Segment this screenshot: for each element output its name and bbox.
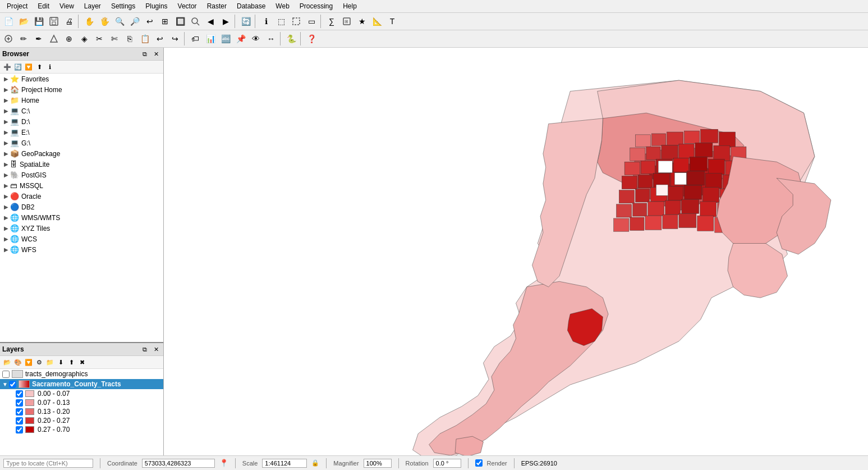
browser-tree-item[interactable]: ▶🔵DB2 bbox=[0, 202, 163, 212]
layers-expand-all-button[interactable]: ⬇ bbox=[56, 357, 66, 367]
browser-tree-item[interactable]: ▶💻E:\ bbox=[0, 127, 163, 138]
menu-view[interactable]: View bbox=[55, 1, 79, 11]
save-project-button[interactable]: 💾 bbox=[31, 14, 46, 29]
node-tool-button[interactable]: ◈ bbox=[77, 31, 91, 46]
layers-add-group-button[interactable]: 📁 bbox=[45, 357, 55, 367]
rotation-value[interactable] bbox=[433, 459, 461, 468]
help-button[interactable]: ❓ bbox=[304, 31, 319, 46]
browser-tree-item[interactable]: ▶🔴Oracle bbox=[0, 191, 163, 202]
menu-layer[interactable]: Layer bbox=[80, 1, 105, 11]
zoom-out-button[interactable]: 🔎 bbox=[127, 14, 142, 29]
calculator-button[interactable]: ⊞ bbox=[339, 14, 354, 29]
show-hide-label-button[interactable]: 👁 bbox=[249, 31, 263, 46]
browser-close-button[interactable]: ✕ bbox=[151, 49, 161, 59]
delete-selected-button[interactable]: ✂ bbox=[92, 31, 107, 46]
layers-float-button[interactable]: ⧉ bbox=[140, 344, 150, 354]
menu-web[interactable]: Web bbox=[271, 1, 293, 11]
undo-button[interactable]: ↩ bbox=[153, 31, 167, 46]
zoom-next-button[interactable]: ▶ bbox=[218, 14, 233, 29]
browser-float-button[interactable]: ⧉ bbox=[140, 49, 150, 59]
label-properties-button[interactable]: 🔤 bbox=[218, 31, 233, 46]
browser-info-button[interactable]: ℹ bbox=[45, 62, 55, 72]
menu-help[interactable]: Help bbox=[338, 1, 361, 11]
deselect-button[interactable] bbox=[289, 14, 304, 29]
layers-open-button[interactable]: 📂 bbox=[2, 357, 12, 367]
browser-tree-item[interactable]: ▶🌐WMS/WMTS bbox=[0, 212, 163, 223]
layer-visibility-checkbox[interactable] bbox=[9, 381, 16, 388]
select-features-button[interactable]: ⬚ bbox=[274, 14, 288, 29]
zoom-in-button[interactable]: 🔍 bbox=[112, 14, 127, 29]
browser-content[interactable]: ▶⭐Favorites▶🏠Project Home▶📁Home▶💻C:\▶💻D:… bbox=[0, 74, 163, 342]
menu-vector[interactable]: Vector bbox=[173, 1, 201, 11]
scale-value[interactable] bbox=[262, 459, 307, 468]
legend-visibility-checkbox[interactable] bbox=[16, 408, 23, 416]
browser-tree-item[interactable]: ▶🌐XYZ Tiles bbox=[0, 223, 163, 234]
refresh-button[interactable]: 🔄 bbox=[238, 14, 253, 29]
pin-label-button[interactable]: 📌 bbox=[233, 31, 248, 46]
browser-tree-item[interactable]: ▶💻C:\ bbox=[0, 106, 163, 116]
browser-collapse-button[interactable]: ⬆ bbox=[34, 62, 44, 72]
add-feature-button[interactable] bbox=[47, 31, 61, 46]
copy-features-button[interactable]: ⎘ bbox=[122, 31, 137, 46]
digitize-button[interactable]: ✏ bbox=[16, 31, 31, 46]
layers-collapse-all-button[interactable]: ⬆ bbox=[66, 357, 76, 367]
cut-features-button[interactable]: ✄ bbox=[107, 31, 122, 46]
text-annotation-button[interactable]: T bbox=[385, 14, 399, 29]
browser-tree-item[interactable]: ▶🗄SpatiaLite bbox=[0, 159, 163, 170]
browser-tree-item[interactable]: ▶📦GeoPackage bbox=[0, 148, 163, 159]
new-project-button[interactable]: 📄 bbox=[1, 14, 16, 29]
zoom-full-button[interactable]: ⊞ bbox=[158, 14, 172, 29]
save-as-button[interactable] bbox=[47, 14, 61, 29]
browser-tree-item[interactable]: ▶💻G:\ bbox=[0, 138, 163, 148]
open-project-button[interactable]: 📂 bbox=[16, 14, 31, 29]
layer-visibility-checkbox[interactable] bbox=[2, 371, 10, 378]
label-button[interactable]: 🏷 bbox=[188, 31, 203, 46]
diagram-button[interactable]: 📊 bbox=[203, 31, 218, 46]
pan-tool-button[interactable]: ✋ bbox=[82, 14, 97, 29]
legend-visibility-checkbox[interactable] bbox=[16, 399, 23, 407]
select-rectangle-button[interactable]: ▭ bbox=[304, 14, 319, 29]
coordinate-value[interactable] bbox=[142, 459, 215, 468]
print-layout-button[interactable]: 🖨 bbox=[62, 14, 76, 29]
menu-processing[interactable]: Processing bbox=[295, 1, 337, 11]
move-feature-button[interactable]: ⊕ bbox=[62, 31, 76, 46]
browser-add-button[interactable]: ➕ bbox=[2, 62, 12, 72]
edit-button[interactable]: ✒ bbox=[31, 31, 46, 46]
layers-filter-button[interactable]: 🔽 bbox=[24, 357, 34, 367]
legend-visibility-checkbox[interactable] bbox=[16, 390, 23, 398]
magnifier-value[interactable] bbox=[364, 459, 392, 468]
python-console-button[interactable]: 🐍 bbox=[284, 31, 298, 46]
paste-features-button[interactable]: 📋 bbox=[137, 31, 152, 46]
browser-refresh-button[interactable]: 🔄 bbox=[13, 62, 23, 72]
zoom-last-button[interactable]: ◀ bbox=[203, 14, 218, 29]
layer-row[interactable]: ▼Sacramento_County_Tracts bbox=[0, 379, 163, 389]
locate-input[interactable] bbox=[3, 459, 93, 468]
menu-raster[interactable]: Raster bbox=[203, 1, 231, 11]
pan-map-button[interactable]: 🖐 bbox=[97, 14, 112, 29]
layers-style-button[interactable]: 🎨 bbox=[13, 357, 23, 367]
layers-close-button[interactable]: ✕ bbox=[151, 344, 161, 354]
browser-tree-item[interactable]: ▶📁Home bbox=[0, 95, 163, 106]
statistics-button[interactable]: ∑ bbox=[324, 14, 339, 29]
measure-button[interactable]: 📐 bbox=[370, 14, 384, 29]
redo-button[interactable]: ↪ bbox=[168, 31, 182, 46]
menu-database[interactable]: Database bbox=[232, 1, 270, 11]
browser-tree-item[interactable]: ▶🌐WCS bbox=[0, 234, 163, 244]
menu-settings[interactable]: Settings bbox=[107, 1, 140, 11]
zoom-layer-button[interactable] bbox=[188, 14, 203, 29]
zoom-native-button[interactable]: ↩ bbox=[143, 14, 157, 29]
layers-action-button[interactable]: ⚙ bbox=[34, 357, 44, 367]
render-checkbox[interactable] bbox=[475, 459, 483, 467]
menu-edit[interactable]: Edit bbox=[33, 1, 54, 11]
identify-button[interactable]: ℹ bbox=[259, 14, 273, 29]
browser-tree-item[interactable]: ▶🐘PostGIS bbox=[0, 170, 163, 180]
current-edits-button[interactable] bbox=[1, 31, 16, 46]
menu-plugins[interactable]: Plugins bbox=[141, 1, 172, 11]
legend-visibility-checkbox[interactable] bbox=[16, 417, 23, 425]
browser-tree-item[interactable]: ▶⭐Favorites bbox=[0, 74, 163, 84]
browser-tree-item[interactable]: ▶🌐WFS bbox=[0, 244, 163, 255]
browser-tree-item[interactable]: ▶🏠Project Home bbox=[0, 84, 163, 95]
layers-remove-button[interactable]: ✖ bbox=[77, 357, 87, 367]
layers-content[interactable]: tracts_demographics▼Sacramento_County_Tr… bbox=[0, 369, 163, 455]
legend-visibility-checkbox[interactable] bbox=[16, 426, 23, 434]
